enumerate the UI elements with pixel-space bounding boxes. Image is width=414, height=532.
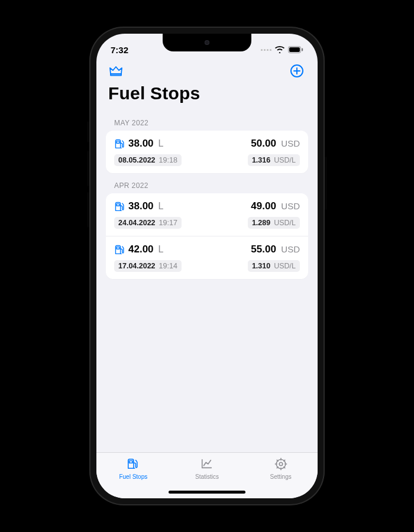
price-currency: USD [281, 138, 300, 148]
status-time: 7:32 [111, 45, 128, 55]
section-header: APR 2022 [106, 173, 308, 193]
tab-label: Settings [270, 473, 292, 480]
rate-unit: USD/L [274, 219, 296, 227]
rate-value: 1.316 [252, 156, 270, 164]
rate-unit: USD/L [274, 262, 296, 270]
section-card: 38.00 L 49.00 USD 24.04.2022 19:17 1.289… [106, 193, 308, 279]
fuel-stop-row[interactable]: 38.00 L 50.00 USD 08.05.2022 19:18 1.316… [106, 131, 308, 173]
quantity-unit: L [159, 201, 164, 212]
wifi-icon [275, 46, 284, 53]
cellular-dots-icon [261, 49, 271, 51]
rate-value: 1.310 [252, 262, 270, 270]
title-area: Fuel Stops [96, 81, 318, 111]
section-card: 38.00 L 50.00 USD 08.05.2022 19:18 1.316… [106, 131, 308, 173]
quantity-value: 42.00 [128, 244, 154, 255]
section-header: MAY 2022 [106, 111, 308, 131]
add-button[interactable] [288, 63, 306, 81]
quantity-unit: L [159, 138, 164, 149]
time-value: 19:17 [159, 219, 177, 227]
tab-label: Fuel Stops [119, 473, 147, 480]
premium-button[interactable] [107, 63, 125, 81]
fuel-stops-list[interactable]: MAY 2022 38.00 L 50.00 USD 08.05.2022 1 [96, 111, 318, 452]
svg-rect-1 [289, 47, 300, 52]
fuel-pump-icon [114, 244, 125, 255]
date-value: 17.04.2022 [118, 262, 156, 270]
tab-label: Statistics [195, 473, 219, 480]
quantity-value: 38.00 [128, 200, 154, 212]
plus-circle-icon [290, 64, 304, 80]
price-value: 50.00 [251, 138, 276, 149]
page-title: Fuel Stops [108, 83, 306, 103]
gear-icon [274, 458, 288, 472]
rate-unit: USD/L [274, 156, 296, 164]
battery-icon [288, 46, 303, 53]
svg-rect-2 [302, 48, 303, 51]
price-currency: USD [281, 201, 300, 211]
tab-fuel-stops[interactable]: Fuel Stops [106, 458, 160, 480]
datetime-chip: 24.04.2022 19:17 [114, 217, 182, 229]
tab-statistics[interactable]: Statistics [180, 458, 234, 480]
screen: 7:32 [96, 34, 318, 498]
status-indicators [261, 46, 303, 53]
price-value: 55.00 [251, 244, 276, 255]
datetime-chip: 08.05.2022 19:18 [114, 154, 182, 166]
phone-frame: 7:32 [89, 27, 325, 505]
date-value: 24.04.2022 [118, 219, 156, 227]
fuel-stop-row[interactable]: 38.00 L 49.00 USD 24.04.2022 19:17 1.289… [106, 193, 308, 236]
rate-chip: 1.310 USD/L [248, 260, 300, 272]
fuel-stop-row[interactable]: 42.00 L 55.00 USD 17.04.2022 19:14 1.310… [106, 236, 308, 279]
fuel-pump-icon [114, 138, 125, 149]
home-indicator[interactable] [169, 491, 245, 494]
fuel-pump-icon [114, 201, 125, 212]
date-value: 08.05.2022 [118, 156, 156, 164]
chart-line-icon [200, 458, 214, 472]
rate-chip: 1.289 USD/L [248, 217, 300, 229]
time-value: 19:18 [159, 156, 177, 164]
quantity-value: 38.00 [128, 138, 154, 150]
rate-chip: 1.316 USD/L [248, 154, 300, 166]
datetime-chip: 17.04.2022 19:14 [114, 260, 182, 272]
quantity-unit: L [159, 244, 164, 255]
price-value: 49.00 [251, 200, 276, 212]
price-currency: USD [281, 244, 300, 254]
fuel-pump-icon [126, 458, 140, 472]
nav-toolbar [96, 60, 318, 81]
device-notch [163, 34, 251, 51]
crown-icon [109, 65, 123, 79]
tab-settings[interactable]: Settings [254, 458, 308, 480]
rate-value: 1.289 [252, 219, 270, 227]
time-value: 19:14 [159, 262, 177, 270]
